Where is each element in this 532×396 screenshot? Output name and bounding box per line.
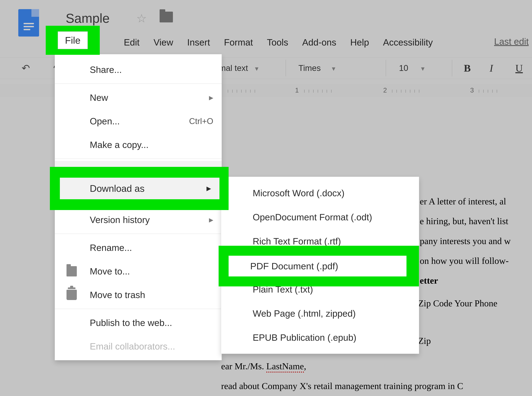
- italic-button[interactable]: I: [490, 62, 493, 74]
- bold-button[interactable]: B: [464, 62, 471, 74]
- font-size-dropdown[interactable]: 10▼: [399, 63, 426, 73]
- file-menu-email-collab: Email collaborators...: [55, 335, 222, 358]
- download-docx[interactable]: Microsoft Word (.docx): [221, 181, 419, 205]
- menu-view[interactable]: View: [146, 35, 180, 49]
- file-menu-move-trash[interactable]: Move to trash: [55, 283, 222, 307]
- doc-line: ear Mr./Ms. LastName,: [221, 359, 532, 373]
- undo-icon[interactable]: ↶: [22, 62, 30, 74]
- folder-icon: [66, 266, 77, 276]
- menu-accessibility[interactable]: Accessibility: [376, 35, 440, 49]
- menu-bar: File Edit View Insert Format Tools Add-o…: [59, 35, 532, 50]
- file-menu-download-as[interactable]: Download as▶: [60, 178, 220, 199]
- menu-addons[interactable]: Add-ons: [295, 35, 343, 49]
- toolbar-divider: [386, 60, 386, 76]
- doc-line: er A letter of interest, al: [420, 194, 532, 208]
- file-menu-share[interactable]: Share...: [55, 58, 222, 82]
- highlight-download-as: Download as▶: [50, 167, 229, 210]
- doc-line: Zip Code Your Phone: [418, 296, 532, 310]
- file-menu-rename[interactable]: Rename...: [55, 236, 222, 260]
- ruler-mark-2: 2: [383, 87, 387, 94]
- trash-icon: [66, 290, 77, 300]
- file-menu-publish[interactable]: Publish to the web...: [55, 311, 222, 335]
- ruler-mark-3: 3: [470, 87, 474, 94]
- menu-edit[interactable]: Edit: [117, 35, 147, 49]
- highlight-file-menu: File: [46, 26, 100, 55]
- doc-line: read about Company X's retail management…: [221, 379, 532, 393]
- doc-line: e hiring, but, haven't list: [420, 214, 532, 228]
- file-menu-open[interactable]: Open...Ctrl+O: [55, 109, 222, 133]
- menu-help[interactable]: Help: [343, 35, 376, 49]
- last-edit-link[interactable]: Last edit: [494, 36, 529, 47]
- underline-button[interactable]: U: [515, 62, 523, 74]
- highlight-pdf: PDF Document (.pdf): [219, 246, 419, 286]
- paragraph-style-dropdown[interactable]: rmal text▼: [216, 63, 259, 73]
- download-pdf[interactable]: PDF Document (.pdf): [229, 256, 406, 276]
- menu-file[interactable]: File: [58, 31, 88, 49]
- font-family-dropdown[interactable]: Times▼: [299, 63, 336, 73]
- download-odt[interactable]: OpenDocument Format (.odt): [221, 205, 419, 229]
- file-menu-new[interactable]: New▶: [55, 86, 222, 109]
- download-epub[interactable]: EPUB Publication (.epub): [221, 326, 419, 349]
- file-menu-version-history[interactable]: Version history▶: [55, 208, 222, 232]
- file-menu-move-to[interactable]: Move to...: [55, 260, 222, 283]
- docs-logo-icon: [18, 9, 39, 36]
- menu-insert[interactable]: Insert: [180, 35, 217, 49]
- toolbar-divider: [452, 60, 452, 76]
- file-menu-make-copy[interactable]: Make a copy...: [55, 133, 222, 157]
- document-title[interactable]: Sample: [66, 11, 110, 26]
- download-html[interactable]: Web Page (.html, zipped): [221, 301, 419, 326]
- doc-line: pany interests you and w: [420, 234, 532, 248]
- doc-line: on how you will follow-: [420, 254, 532, 268]
- doc-line: etter: [420, 274, 532, 288]
- menu-format[interactable]: Format: [217, 35, 260, 49]
- doc-line: Zip: [418, 334, 532, 348]
- move-folder-icon[interactable]: [160, 12, 173, 23]
- star-icon[interactable]: ☆: [136, 12, 147, 25]
- ruler-mark-1: 1: [295, 87, 299, 94]
- toolbar-divider: [286, 60, 286, 76]
- menu-tools[interactable]: Tools: [260, 35, 295, 49]
